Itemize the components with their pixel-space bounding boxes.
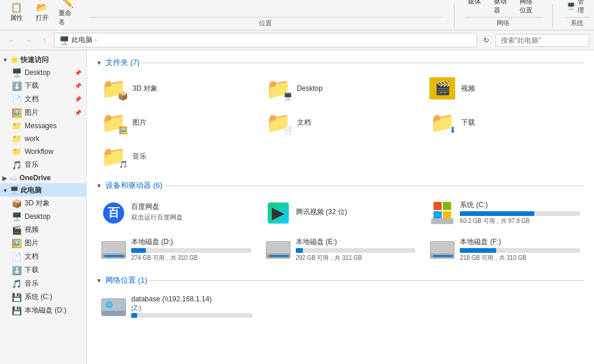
doc-icon: 📄 [12,95,22,104]
tencent-icon: ▶ [268,202,289,224]
drive-item-c[interactable]: 系统 (C:) 60.2 GB 可用，共 97.9 GB [425,197,585,229]
back-button[interactable]: ← [5,33,19,47]
folders-title: 文件夹 (7) [105,57,140,68]
folder-item-3d[interactable]: 📁 📦 3D 对象 [96,74,256,103]
toolbar-rename-btn[interactable]: ✏️ 重命名 [56,0,80,28]
folder-3d-icon-wrap: 📁 📦 [101,77,127,99]
work-icon: 📁 [12,134,22,143]
pin-icon-download: 📌 [74,83,81,89]
sidebar-item-diskd[interactable]: 💾 本地磁盘 (D:) [0,304,86,317]
sidebar-item-document2[interactable]: 📄 文档 [0,250,86,263]
sidebar-item-desktop2[interactable]: 🖥️ Desktop [0,210,86,223]
sidebar-item-3d[interactable]: 📦 3D 对象 [0,197,86,210]
drive-network-bar [131,313,137,318]
sidebar-item-picture2[interactable]: 🖼️ 图片 [0,236,86,250]
drive-item-f[interactable]: 本地磁盘 (F:) 218 GB 可用，共 310 GB [425,233,585,266]
desktop2-icon: 🖥️ [12,212,22,221]
network-arrow: ▼ [96,277,102,284]
sidebar-item-workflow[interactable]: 📁 Workflow [0,145,86,158]
folder-item-document[interactable]: 📁 📄 文档 [261,108,421,137]
divider-1 [454,4,455,28]
forward-button[interactable]: → [21,33,35,47]
sidebar-pic-label: 图片 [25,108,71,118]
drive-c-name: 系统 (C:) [460,200,580,210]
sidebar-desktop2-label: Desktop [25,212,81,221]
drive-tencent-info: 腾讯视频 (32 位) [296,207,416,218]
drive-e-icon-wrap [265,239,291,261]
folder-item-picture[interactable]: 📁 🖼️ 图片 [96,108,256,137]
drive-item-d[interactable]: 本地磁盘 (D:) 274 GB 可用，共 310 GB [96,233,256,266]
folder-item-desktop[interactable]: 📁 🖥️ Desktop [261,74,421,103]
sidebar-section-thispc[interactable]: ▼ 🖥️ 此电脑 [0,183,86,197]
drive-f-space: 218 GB 可用，共 310 GB [460,254,580,262]
sidebar-section-quickaccess[interactable]: ▼ ⭐ 快速访问 [0,53,86,66]
devices-section-header[interactable]: ▼ 设备和驱动器 (6) [96,180,585,191]
drive-network-icon-wrap: 🌐 [101,296,127,318]
folder-item-music[interactable]: 📁 🎵 音乐 [96,142,256,171]
folders-section-header[interactable]: ▼ 文件夹 (7) [96,57,585,68]
toolbar-manage-btn[interactable]: 🖥️ 管理 [565,0,589,16]
refresh-button[interactable]: ↻ [479,33,493,47]
folder-download-icon-wrap: 📁 ⬇ [429,111,455,133]
baidu-icon: 百 [103,202,124,224]
sidebar-diskd-label: 本地磁盘 (D:) [25,305,81,315]
drive-network-bar-wrap [131,313,252,318]
sidebar-item-messages[interactable]: 📁 Messages [0,119,86,132]
folder-desktop-badge: 🖥️ [284,92,292,101]
drive-d-bar [131,248,146,253]
disk-icon-f [430,241,455,259]
drive-item-tencent[interactable]: ▶ 腾讯视频 (32 位) [261,197,421,229]
open-icon: 📂 [36,2,48,13]
toolbar-open-btn[interactable]: 📂 打开 [30,1,54,23]
folder-video-icon: 🎬 [435,81,450,96]
sidebar-work-label: work [25,135,81,143]
quickaccess-arrow: ▼ [2,57,8,63]
address-path-box[interactable]: 🖥️ 此电脑 › [54,33,477,47]
folders-grid: 📁 📦 3D 对象 📁 🖥️ Desktop 🎬 视频 [96,74,585,171]
folder-picture-icon-wrap: 📁 🖼️ [101,111,127,133]
sysc-icon: 💾 [12,293,22,302]
sidebar-video-label: 视频 [25,225,81,235]
sidebar-dl2-label: 下载 [25,265,81,275]
onedrive-arrow: ▶ [2,175,7,181]
pin-icon-pic: 📌 [74,109,81,116]
drive-item-baidu[interactable]: 百 百度网盘 双击运行百度网盘 [96,197,256,229]
folder-item-download[interactable]: 📁 ⬇ 下载 [425,108,585,137]
sidebar-section-onedrive[interactable]: ▶ ☁️ OneDrive [0,171,86,183]
video-icon: 🎬 [12,225,22,235]
folder-item-video[interactable]: 🎬 视频 [425,74,585,103]
drive-f-name: 本地磁盘 (F:) [460,237,580,247]
drive-c-icon [431,202,453,224]
search-input[interactable] [496,34,589,47]
drive-item-e[interactable]: 本地磁盘 (E:) 292 GB 可用，共 311 GB [261,233,421,266]
network-section-header[interactable]: ▼ 网络位置 (1) [96,275,585,286]
music2-icon: 🎵 [12,279,22,289]
sidebar-item-work[interactable]: 📁 work [0,132,86,145]
sidebar-item-desktop[interactable]: 🖥️ Desktop 📌 [0,66,86,79]
sidebar-item-music2[interactable]: 🎵 音乐 [0,277,86,290]
toolbar-media-btn[interactable]: 📺 访问媒体 [466,0,489,7]
toolbar-mapnet-btn[interactable]: 🌐 映射网络驱动器 [491,0,515,16]
sidebar-item-sysc[interactable]: 💾 系统 (C:) [0,290,86,304]
folder-video-name: 视频 [461,84,475,94]
sidebar-item-video[interactable]: 🎬 视频 [0,223,86,236]
drive-c-bar [460,211,534,216]
toolbar: 📋 属性 📂 打开 ✏️ 重命名 位置 📺 访问媒体 🌐 映射网络驱动器 ➕ 添… [0,0,594,30]
toolbar-addnet-btn[interactable]: ➕ 添加一个网络位置 [517,0,541,16]
drive-item-network[interactable]: 🌐 database (\\192.168.1.14) (Z:) [96,291,257,322]
dl2-icon: ⬇️ [12,266,22,275]
drive-c-bar-wrap [460,211,580,216]
divider-2 [552,4,553,28]
sidebar-doc-label: 文档 [25,94,71,104]
mapnet-label: 映射网络驱动器 [494,0,513,15]
sidebar-item-picture[interactable]: 🖼️ 图片 📌 [0,106,86,119]
up-button[interactable]: ↑ [37,33,52,47]
network-divider [151,280,585,281]
drive-f-info: 本地磁盘 (F:) 218 GB 可用，共 310 GB [460,237,580,262]
toolbar-attr-btn[interactable]: 📋 属性 [5,1,28,23]
sidebar-item-download2[interactable]: ⬇️ 下载 [0,263,86,277]
sidebar-item-document[interactable]: 📄 文档 📌 [0,92,86,106]
folder-music-badge: 🎵 [119,160,128,169]
sidebar-item-music[interactable]: 🎵 音乐 [0,158,86,171]
sidebar-item-download[interactable]: ⬇️ 下载 📌 [0,79,86,92]
